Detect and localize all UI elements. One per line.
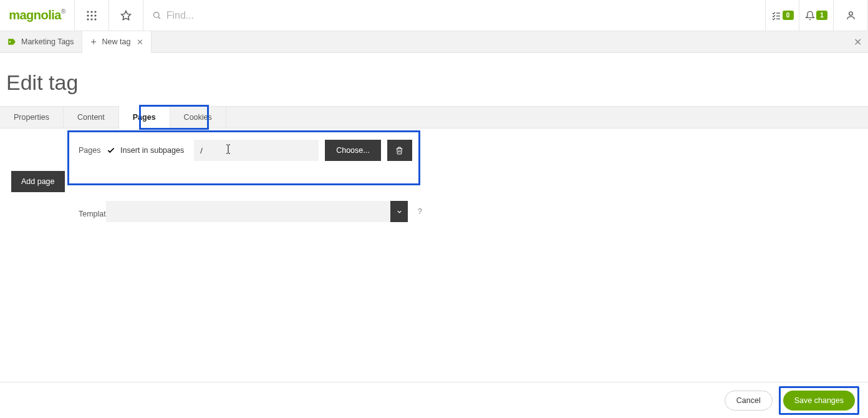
bell-icon [805, 11, 815, 21]
template-help-button[interactable]: ? [418, 207, 422, 216]
annotation-highlight-save: Save changes [779, 386, 859, 415]
template-label: Template [6, 205, 106, 218]
svg-point-0 [87, 11, 89, 12]
insert-subpages-checkbox[interactable]: Insert in subpages [106, 146, 184, 155]
svg-marker-9 [122, 11, 131, 19]
svg-point-3 [87, 14, 89, 16]
brand-logo: magnolia® [9, 8, 65, 22]
tasks-button[interactable]: 0 [765, 0, 799, 31]
logo-cell[interactable]: magnolia® [0, 0, 75, 31]
svg-point-6 [87, 18, 89, 20]
svg-point-1 [90, 11, 92, 12]
user-icon [846, 10, 856, 21]
apps-grid-icon [87, 11, 97, 21]
notifications-button[interactable]: 1 [799, 0, 834, 31]
top-bar: magnolia® 0 1 [0, 0, 868, 31]
search-input[interactable] [166, 10, 756, 21]
breadcrumb-root-label: Marketing Tags [21, 37, 74, 46]
delete-page-button[interactable] [387, 140, 412, 161]
search-cell[interactable] [143, 0, 765, 31]
tab-content[interactable]: Content [64, 107, 119, 128]
svg-line-11 [158, 17, 160, 19]
svg-point-10 [153, 12, 159, 18]
pages-row-content: Insert in subpages Choose... [106, 140, 862, 161]
svg-point-4 [90, 14, 92, 16]
footer-bar: Cancel Save changes [0, 382, 868, 418]
form-tabs: Properties Content Pages Cookies [0, 106, 868, 129]
search-icon [152, 11, 162, 20]
template-dropdown-toggle[interactable] [390, 201, 408, 222]
chevron-down-icon [396, 208, 403, 215]
tag-icon [7, 37, 16, 46]
cancel-button[interactable]: Cancel [725, 391, 773, 411]
page-path-input[interactable] [194, 140, 319, 161]
breadcrumb-root[interactable]: Marketing Tags [0, 31, 82, 52]
svg-point-16 [9, 41, 11, 42]
plus-icon [90, 38, 97, 46]
favorites-button[interactable] [109, 0, 143, 31]
insert-subpages-label: Insert in subpages [120, 146, 184, 155]
svg-point-7 [90, 18, 92, 20]
form-body: Pages Insert in subpages Choose... Add p… [0, 129, 868, 228]
app-tabbar: Marketing Tags New tag ✕ ✕ [0, 31, 868, 53]
tab-cookies[interactable]: Cookies [170, 107, 226, 128]
template-select[interactable] [106, 201, 408, 222]
tab-pages[interactable]: Pages [119, 106, 170, 129]
app-launcher-button[interactable] [75, 0, 109, 31]
add-page-button[interactable]: Add page [11, 171, 65, 192]
tab-properties[interactable]: Properties [0, 107, 64, 128]
pages-row: Pages Insert in subpages Choose... [6, 140, 862, 161]
check-icon [106, 146, 115, 155]
trash-icon [395, 147, 403, 155]
tasks-badge: 0 [783, 11, 794, 20]
close-all-button[interactable]: ✕ [854, 36, 862, 48]
page-title: Edit tag [0, 53, 868, 106]
svg-point-8 [94, 18, 96, 20]
notifications-badge: 1 [816, 11, 827, 20]
close-tab-button[interactable]: ✕ [137, 37, 143, 47]
tasks-icon [771, 11, 781, 21]
svg-point-2 [94, 11, 96, 12]
user-menu-button[interactable] [834, 0, 868, 31]
choose-button[interactable]: Choose... [325, 140, 381, 161]
svg-point-15 [849, 12, 852, 16]
breadcrumb-current[interactable]: New tag ✕ [82, 31, 152, 53]
save-button[interactable]: Save changes [783, 391, 855, 411]
topbar-right: 0 1 [765, 0, 868, 31]
pages-label: Pages [6, 140, 106, 155]
template-row: Template ? [6, 201, 862, 222]
breadcrumb-current-label: New tag [102, 37, 131, 46]
star-icon [120, 10, 132, 21]
svg-point-5 [94, 14, 96, 16]
